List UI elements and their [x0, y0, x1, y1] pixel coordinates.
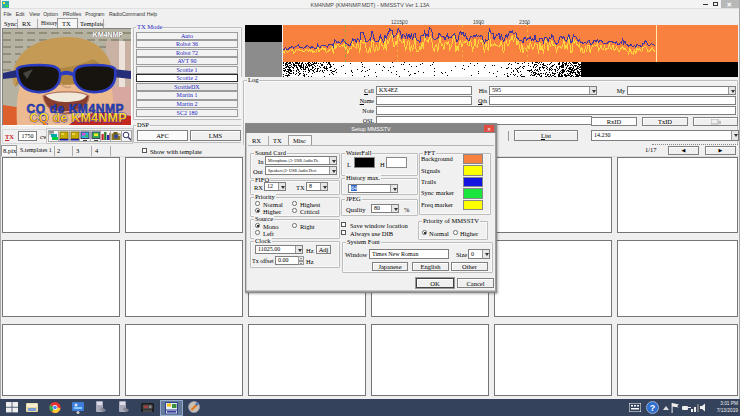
- svg-text:CQ de KM4NMP: CQ de KM4NMP: [30, 111, 127, 125]
- svg-text:KM4NMP: KM4NMP: [93, 31, 124, 38]
